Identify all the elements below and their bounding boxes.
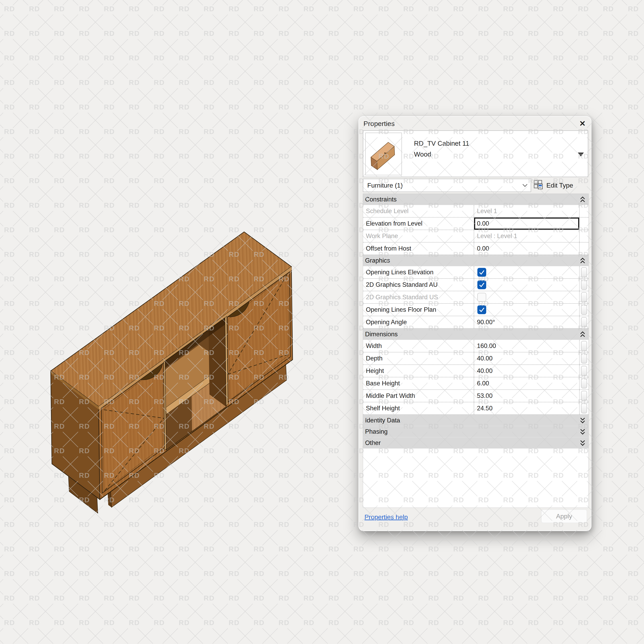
associate-parameter-button[interactable] [581,317,587,327]
edit-type-label: Edit Type [546,182,573,189]
associate-parameter-button[interactable] [581,341,587,351]
property-label: Base Height [363,377,474,389]
row-side-cell [579,243,588,255]
associate-parameter-button[interactable] [581,391,587,401]
property-label: Depth [363,352,474,364]
type-selector[interactable]: RD_TV Cabinet 11 Wood [363,130,588,177]
property-value[interactable]: 0.00 [474,218,579,230]
property-row: Width160.00 [363,340,588,352]
property-row: Middle Part Width53.00 [363,390,588,402]
expand-section-icon[interactable] [580,440,585,446]
collapse-section-icon[interactable] [580,257,585,264]
property-value[interactable]: 40.00 [474,352,579,364]
section-header[interactable]: Identity Data [363,415,588,426]
property-value[interactable]: 24.50 [474,402,579,414]
checkbox-checked[interactable] [477,280,486,289]
property-label: Height [363,365,474,377]
associate-parameter-button[interactable] [581,305,587,315]
checkbox-checked[interactable] [477,305,486,314]
associate-parameter-button[interactable] [581,378,587,388]
associate-parameter-button[interactable] [581,267,587,277]
property-value[interactable]: 0.00 [474,243,579,255]
property-checkbox-cell [474,266,579,278]
expand-section-icon[interactable] [580,417,585,424]
category-select-value: Furniture (1) [367,182,403,189]
property-label: Width [363,340,474,352]
section-header[interactable]: Graphics [363,255,588,266]
section-header[interactable]: Dimensions [363,329,588,340]
type-thumbnail-image [366,133,401,175]
type-dropdown-icon[interactable] [578,153,584,156]
section-title: Identity Data [365,417,400,424]
row-side-cell [579,352,588,364]
property-label: 2D Graphics Standard US [363,291,474,303]
associate-parameter-button[interactable] [581,403,587,413]
property-row: 2D Graphics Standard US [363,291,588,304]
property-label: Offset from Host [363,243,474,255]
collapse-section-icon[interactable] [580,331,585,337]
property-label: Middle Part Width [363,390,474,402]
property-row: Elevation from Level0.00 [363,218,588,230]
property-label: Work Plane [363,230,474,242]
edit-type-button[interactable]: Edit Type [534,179,588,192]
row-side-cell [579,340,588,352]
property-label: Opening Lines Elevation [363,266,474,278]
properties-panel: Properties ✕ RD_TV Cabinet 11 Wood Furni… [358,116,591,531]
type-thumbnail [365,133,402,175]
property-value: Level : Level 1 [474,230,579,242]
collapse-section-icon[interactable] [580,196,585,203]
properties-help-link[interactable]: Properties help [364,513,408,521]
property-row: Shelf Height24.50 [363,402,588,415]
property-value: Level 1 [474,205,579,217]
apply-button[interactable]: Apply [541,509,587,523]
property-value[interactable]: 160.00 [474,340,579,352]
property-row: Height40.00 [363,365,588,377]
checkbox-unchecked[interactable] [477,293,486,302]
property-checkbox-cell [474,291,579,303]
panel-footer: Properties help Apply [359,507,591,530]
expand-section-icon[interactable] [580,428,585,435]
section-title: Constraints [365,196,397,203]
section-header[interactable]: Other [363,437,588,449]
associate-parameter-button[interactable] [581,353,587,363]
associate-parameter-button[interactable] [581,366,587,376]
section-title: Dimensions [365,331,398,338]
row-side-cell [579,291,588,303]
property-value[interactable]: 40.00 [474,365,579,377]
section-title: Other [365,439,381,447]
property-value[interactable]: 90.00° [474,316,579,328]
property-value[interactable]: 6.00 [474,377,579,389]
property-value[interactable]: 53.00 [474,390,579,402]
type-family-name: RD_TV Cabinet 11 [414,138,469,149]
property-checkbox-cell [474,304,579,316]
property-label: Opening Angle [363,316,474,328]
associate-parameter-button[interactable] [581,280,587,290]
panel-title: Properties [363,120,395,128]
category-select[interactable]: Furniture (1) [363,179,531,192]
row-side-cell [579,230,588,242]
property-row: Offset from Host0.00 [363,243,588,255]
checkbox-checked[interactable] [477,268,486,277]
row-side-cell [579,316,588,328]
properties-grid: ConstraintsSchedule LevelLevel 1Elevatio… [363,194,589,508]
section-header[interactable]: Constraints [363,194,588,205]
type-names: RD_TV Cabinet 11 Wood [414,138,469,160]
cabinet-3d-view[interactable] [44,225,306,539]
row-side-cell [579,205,588,217]
chevron-down-icon [522,182,527,187]
row-side-cell [579,402,588,414]
property-label: Elevation from Level [363,218,474,230]
section-title: Phasing [365,428,388,435]
associate-parameter-button[interactable] [581,292,587,302]
row-side-cell [579,304,588,316]
section-header[interactable]: Phasing [363,426,588,437]
section-title: Graphics [365,257,390,264]
property-label: 2D Graphics Standard AU [363,279,474,291]
property-row: Depth40.00 [363,352,588,365]
property-row: Opening Angle90.00° [363,316,588,329]
close-icon[interactable]: ✕ [579,120,586,127]
row-side-cell [579,377,588,389]
property-label: Opening Lines Floor Plan [363,304,474,316]
property-checkbox-cell [474,279,579,291]
row-side-cell [579,390,588,402]
